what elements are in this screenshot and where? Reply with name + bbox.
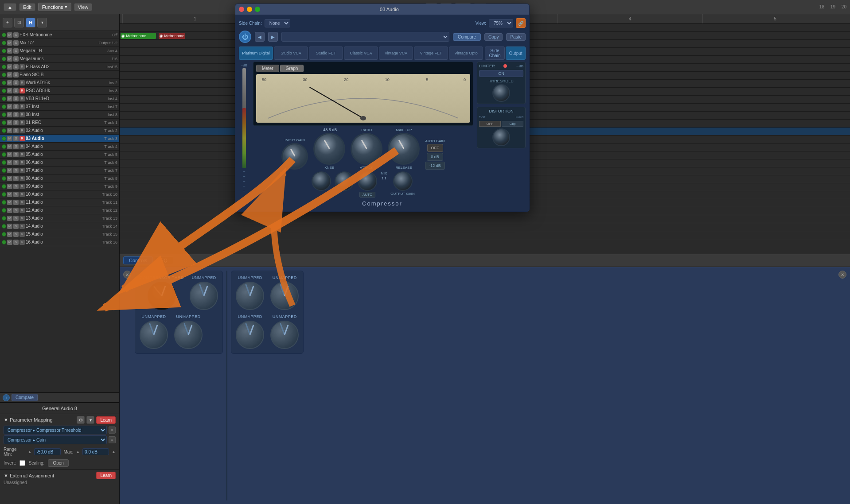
gear-icon[interactable]: ⚙ [77,416,85,424]
track-row[interactable]: M S R 10 Audio Track 10 [0,190,119,198]
solo-btn[interactable]: S [13,240,19,245]
dist-off-btn[interactable]: OFF [479,121,501,127]
mute-btn[interactable]: M [7,192,12,197]
tab-meter[interactable]: Meter [256,65,279,72]
mute-btn[interactable]: M [7,64,12,70]
preset-dropdown[interactable] [281,32,449,42]
knee-knob[interactable] [312,171,331,191]
off-btn[interactable]: OFF [427,144,443,152]
mute-btn[interactable]: M [7,104,12,109]
release-knob[interactable] [358,171,377,191]
type-platinum-digital[interactable]: Platinum Digital [239,47,273,60]
rec-btn[interactable]: R [19,224,25,229]
solo-btn[interactable]: S [13,64,19,70]
invert-checkbox[interactable] [19,460,25,466]
mute-btn[interactable]: M [7,184,12,189]
mute-btn[interactable]: M [7,160,12,165]
solo-btn[interactable]: S [13,72,19,78]
tab-eq[interactable]: EQ [155,256,173,264]
param-dropdown-btn[interactable]: ▾ [86,416,94,424]
mute-btn[interactable]: M [7,96,12,101]
solo-btn[interactable]: S [13,216,19,221]
solo-btn[interactable]: S [13,120,19,125]
rec-btn[interactable]: R [19,208,25,213]
functions-menu-btn[interactable]: Functions ▾ [38,3,71,11]
solo-btn[interactable]: S [13,160,19,165]
mute-btn[interactable]: M [7,80,12,85]
side-chain-select[interactable]: None [265,19,290,27]
limiter-on-btn[interactable]: ON [479,70,523,77]
solo-btn[interactable]: S [13,136,19,141]
learn-button[interactable]: Learn [96,416,116,424]
plugin-minimize-btn[interactable] [247,7,252,12]
transport-up-btn[interactable]: ▲ [4,3,16,11]
mute-btn[interactable]: M [7,32,12,38]
rec-btn[interactable]: R [19,240,25,245]
limiter-threshold-knob[interactable] [492,84,510,102]
0db-btn[interactable]: 0 dB [427,153,443,161]
range-max-input[interactable] [82,448,109,455]
nav-next-btn[interactable]: ▶ [268,32,278,42]
dist-clip-btn[interactable]: Clip [502,121,523,127]
track-row[interactable]: M S R 14 Audio Track 14 [0,222,119,230]
rec-btn[interactable]: R [19,160,25,165]
compare-btn-bottom[interactable]: Compare [12,394,38,401]
param-select-1[interactable]: Compressor ▸ Compressor Threshold [4,426,107,434]
track-row[interactable]: M S R 04 Audio Track 4 [0,143,119,151]
type-studio-vca[interactable]: Studio VCA [274,47,308,60]
track-icon-btn[interactable]: ⊡ [14,18,24,27]
unmapped-knob-3[interactable] [174,321,203,349]
track-row[interactable]: M S Mix 1/2 Output 1-2 [0,39,119,47]
mute-btn[interactable]: M [7,72,12,78]
add-track-btn[interactable]: + [3,18,12,27]
unmapped-knob-1[interactable] [190,282,218,310]
rec-btn[interactable]: R [19,120,25,125]
track-row[interactable]: M S R 13 Audio Track 13 [0,214,119,222]
rec-btn[interactable]: R [19,88,25,93]
solo-btn[interactable]: S [13,168,19,173]
rec-btn[interactable]: R [19,144,25,149]
type-studio-fet[interactable]: Studio FET [309,47,343,60]
range-min-input[interactable] [34,448,61,455]
solo-btn[interactable]: S [13,40,19,46]
output-gain-knob[interactable] [393,171,413,191]
rec-btn[interactable]: R [19,184,25,189]
mute-btn[interactable]: M [7,176,12,181]
distortion-knob[interactable] [492,128,510,146]
track-row[interactable]: M S MegaDrums i16 [0,55,119,63]
track-row[interactable]: M S R Wurli AD16k Ins 2 [0,79,119,87]
type-vintage-fet[interactable]: Vintage FET [414,47,448,60]
track-row-active[interactable]: M S R 03 Audio Track 3 [0,135,119,143]
solo-btn[interactable]: S [13,176,19,181]
mute-btn[interactable]: M [7,240,12,245]
mute-btn[interactable]: M [7,48,12,54]
track-row[interactable]: M S EXS Metronome Off [0,31,119,39]
plugin-expand-btn[interactable] [519,7,526,12]
rec-btn[interactable]: R [19,104,25,109]
output-btn[interactable]: Output [506,47,526,60]
neg12db-btn[interactable]: -12 dB [425,162,445,170]
type-vintage-vca[interactable]: Vintage VCA [379,47,413,60]
tab-graph[interactable]: Graph [280,65,304,72]
solo-btn[interactable]: S [13,200,19,205]
unmapped-knob-2[interactable] [140,321,168,349]
compressor-threshold-knob[interactable] [148,282,176,310]
track-row[interactable]: M S R 08 Inst Inst 8 [0,111,119,119]
solo-btn[interactable]: S [13,128,19,133]
solo-btn[interactable]: S [13,104,19,109]
mute-btn[interactable]: M [7,224,12,229]
mute-btn[interactable]: M [7,56,12,62]
solo-btn[interactable]: S [13,32,19,38]
track-row[interactable]: M S R 01 REC Track 1 [0,119,119,127]
input-gain-knob[interactable] [281,143,308,170]
mute-btn[interactable]: M [7,232,12,237]
side-chain-output-btn[interactable]: Side Chain [485,47,505,60]
ext-learn-button[interactable]: Learn [96,472,116,479]
mute-btn[interactable]: M [7,216,12,221]
rec-btn[interactable]: R [19,96,25,101]
track-row[interactable]: M S MegaDr LR Aux 4 [0,47,119,55]
rec-btn[interactable]: R [19,232,25,237]
rec-btn[interactable]: R [19,200,25,205]
copy-btn[interactable]: Copy [484,33,503,41]
mute-btn[interactable]: M [7,120,12,125]
